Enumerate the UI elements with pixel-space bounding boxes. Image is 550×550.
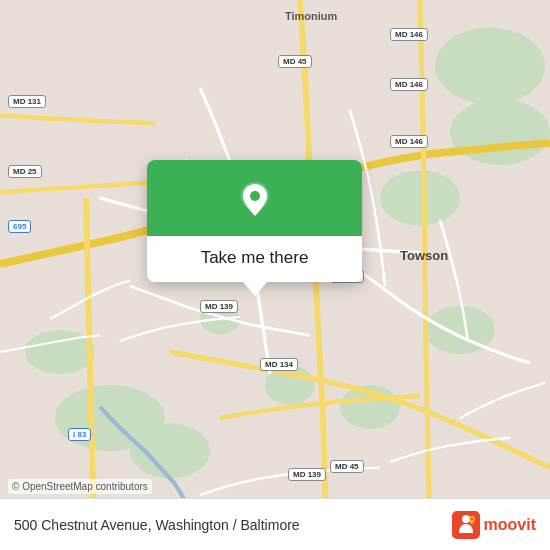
md45-badge-3: MD 45	[330, 460, 364, 473]
svg-point-16	[470, 517, 473, 520]
take-me-there-button[interactable]: Take me there	[191, 246, 319, 270]
svg-point-8	[450, 99, 550, 165]
popup-card: Take me there	[147, 160, 362, 282]
md131-badge: MD 131	[8, 95, 46, 108]
map-container: I 695 MD 146 MD 146 MD 146 MD 45 MD 45 M…	[0, 0, 550, 550]
towson-label: Towson	[400, 248, 448, 263]
md146-badge-2: MD 146	[390, 78, 428, 91]
moovit-brand-text: moovit	[484, 516, 536, 534]
i695-badge: 695	[8, 220, 31, 233]
i83-badge: I 83	[68, 428, 91, 441]
md134-badge: MD 134	[260, 358, 298, 371]
popup-triangle	[243, 282, 267, 296]
md139-badge-1: MD 139	[200, 300, 238, 313]
md45-badge-1: MD 45	[278, 55, 312, 68]
moovit-icon	[452, 511, 480, 539]
location-pin-icon	[233, 178, 277, 222]
moovit-logo: moovit	[452, 511, 536, 539]
svg-point-15	[462, 515, 470, 523]
svg-point-3	[380, 171, 460, 226]
bottom-bar: 500 Chestnut Avenue, Washington / Baltim…	[0, 498, 550, 550]
md139-badge-2: MD 139	[288, 468, 326, 481]
address-label: 500 Chestnut Avenue, Washington / Baltim…	[14, 517, 300, 533]
md146-badge-1: MD 146	[390, 28, 428, 41]
svg-point-13	[250, 191, 260, 201]
md146-badge-3: MD 146	[390, 135, 428, 148]
popup-header	[147, 160, 362, 236]
popup-body: Take me there	[147, 236, 362, 282]
md25-badge: MD 25	[8, 165, 42, 178]
timonium-label: Timonium	[285, 10, 337, 22]
map-attribution: © OpenStreetMap contributors	[8, 479, 152, 494]
svg-point-9	[435, 28, 545, 105]
